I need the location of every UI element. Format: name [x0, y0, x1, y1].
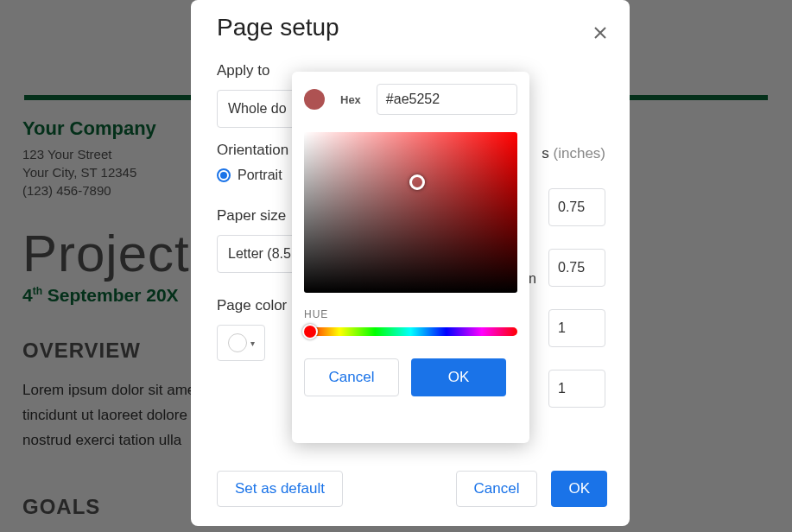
margin-left-input[interactable]: 1 — [548, 309, 605, 347]
set-as-default-button[interactable]: Set as default — [217, 471, 343, 507]
current-color-swatch — [304, 89, 325, 110]
ok-button[interactable]: OK — [551, 471, 607, 507]
picker-ok-button[interactable]: OK — [411, 358, 506, 396]
hex-value: #ae5252 — [386, 92, 440, 107]
paper-size-value: Letter (8.5 — [228, 246, 291, 262]
page-setup-dialog: Page setup Apply to Whole do Orientation… — [191, 0, 630, 526]
margin-left-value: 1 — [558, 320, 566, 336]
chevron-down-icon: ▾ — [250, 339, 255, 348]
hex-input[interactable]: #ae5252 — [377, 84, 517, 115]
margins-label: s (inches) — [542, 145, 605, 162]
radio-icon — [217, 168, 231, 182]
margin-row2-label: n — [529, 271, 536, 287]
hue-label: HUE — [304, 308, 517, 320]
hue-track — [304, 327, 517, 336]
apply-to-value: Whole do — [228, 101, 287, 117]
picker-cancel-button[interactable]: Cancel — [304, 358, 399, 396]
margin-bottom-input[interactable]: 0.75 — [548, 249, 605, 287]
hue-slider[interactable] — [304, 327, 517, 336]
margins-column: 0.75 n 0.75 1 1 — [523, 161, 605, 430]
dialog-buttons: Set as default Cancel OK — [217, 471, 607, 507]
margins-text: s — [542, 145, 549, 162]
margin-bottom-value: 0.75 — [558, 260, 585, 276]
cancel-button[interactable]: Cancel — [456, 471, 538, 507]
swatch-circle-icon — [228, 333, 247, 352]
close-icon[interactable] — [590, 22, 611, 43]
inches-label: (inches) — [554, 145, 605, 162]
margin-top-value: 0.75 — [558, 200, 585, 215]
hex-label: Hex — [340, 93, 361, 106]
sv-handle[interactable] — [409, 174, 425, 190]
page-color-swatch-button[interactable]: ▾ — [217, 325, 265, 361]
saturation-value-area[interactable] — [304, 132, 517, 293]
margin-right-input[interactable]: 1 — [548, 370, 605, 408]
portrait-label: Portrait — [238, 168, 282, 183]
margin-right-value: 1 — [558, 381, 566, 396]
margin-top-input[interactable]: 0.75 — [548, 188, 605, 226]
hue-handle[interactable] — [302, 324, 318, 339]
dialog-title: Page setup — [217, 14, 605, 41]
color-picker-popover: Hex #ae5252 HUE Cancel OK — [292, 72, 529, 443]
